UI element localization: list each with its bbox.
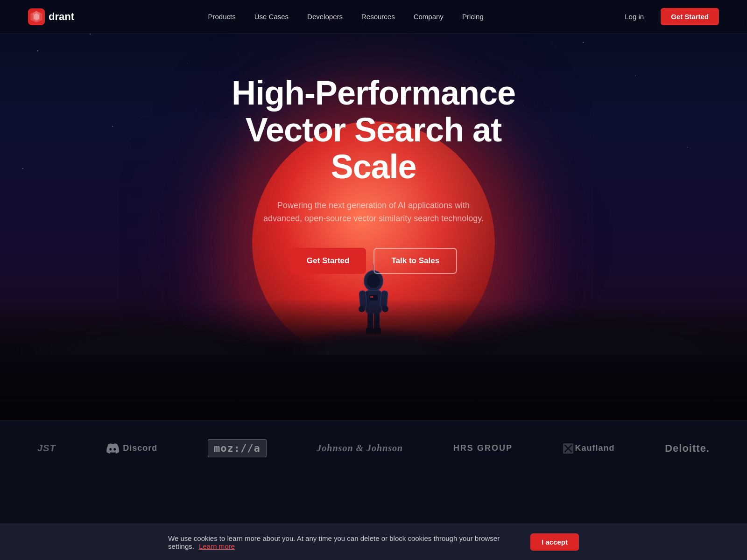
hero-buttons: Get Started Talk to Sales: [210, 248, 537, 274]
hero-subtitle: Powering the next generation of AI appli…: [257, 199, 490, 226]
nav-use-cases[interactable]: Use Cases: [254, 13, 289, 21]
logos-section: JST Discord moz://a Johnson & Johnson HR…: [0, 420, 747, 476]
nav-company[interactable]: Company: [414, 13, 444, 21]
cookie-learn-more-button[interactable]: Learn more: [199, 542, 235, 550]
logo-icon: [28, 8, 45, 25]
nav-developers[interactable]: Developers: [307, 13, 343, 21]
nav-actions: Log in Get Started: [617, 8, 719, 25]
svg-rect-17: [370, 296, 373, 298]
nav-pricing[interactable]: Pricing: [462, 13, 484, 21]
navbar: drant Products Use Cases Developers Reso…: [0, 0, 747, 34]
logo-jnj: Johnson & Johnson: [317, 443, 403, 454]
svg-point-5: [367, 274, 380, 288]
cookie-accept-button[interactable]: I accept: [530, 533, 579, 551]
hero-talk-to-sales-button[interactable]: Talk to Sales: [374, 248, 457, 274]
logo-kaufland: Kaufland: [563, 443, 615, 454]
cookie-banner: We use cookies to learn more about you. …: [0, 524, 747, 560]
hero-section: High-Performance Vector Search at Scale …: [0, 0, 747, 420]
logo-discord: Discord: [106, 443, 157, 454]
logo-jst: JST: [37, 443, 56, 454]
cookie-message: We use cookies to learn more about you. …: [168, 534, 523, 550]
logo-hrs: HRS GROUP: [453, 443, 513, 453]
hero-text: High-Performance Vector Search at Scale …: [210, 75, 537, 274]
terrain-illustration: [0, 299, 747, 420]
login-button[interactable]: Log in: [617, 9, 651, 24]
logo-deloitte: Deloitte.: [665, 442, 710, 455]
get-started-nav-button[interactable]: Get Started: [661, 8, 719, 25]
logo-text: drant: [49, 11, 74, 23]
nav-links: Products Use Cases Developers Resources …: [208, 13, 484, 21]
logo-link[interactable]: drant: [28, 8, 74, 25]
hero-title: High-Performance Vector Search at Scale: [210, 75, 537, 186]
logo-mozilla: moz://a: [208, 439, 267, 457]
nav-products[interactable]: Products: [208, 13, 236, 21]
hero-get-started-button[interactable]: Get Started: [290, 248, 366, 274]
nav-resources[interactable]: Resources: [361, 13, 395, 21]
